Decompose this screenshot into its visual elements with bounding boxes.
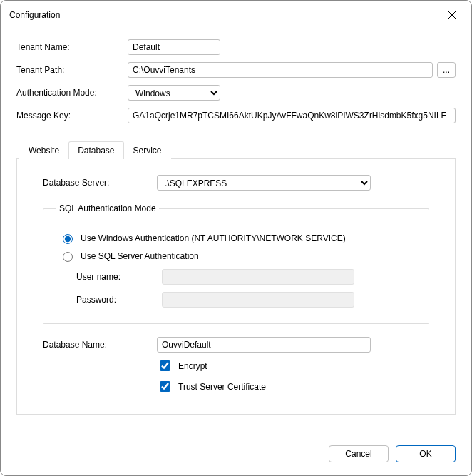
radio-sql-auth-label: Use SQL Server Authentication: [81, 251, 199, 261]
tabs: Website Database Service Database Server…: [16, 141, 456, 415]
username-row: User name:: [76, 269, 416, 285]
trust-cert-row[interactable]: Trust Server Certificate: [157, 379, 429, 394]
radio-sql-auth-input[interactable]: [63, 252, 73, 262]
tenant-path-input[interactable]: [128, 62, 433, 78]
auth-mode-select[interactable]: Windows: [128, 85, 220, 101]
tenant-path-label: Tenant Path:: [16, 65, 123, 75]
config-window: Configuration Tenant Name: Tenant Path: …: [0, 0, 472, 476]
message-key-label: Message Key:: [16, 111, 123, 121]
close-icon: [448, 11, 456, 19]
radio-windows-auth[interactable]: Use Windows Authentication (NT AUTHORITY…: [59, 232, 413, 244]
browse-button[interactable]: ...: [437, 62, 456, 78]
tab-database-panel: Database Server: .\SQLEXPRESS SQL Authen…: [16, 159, 456, 415]
tab-database[interactable]: Database: [68, 141, 123, 159]
db-name-label: Database Name:: [43, 340, 157, 350]
message-key-input[interactable]: [128, 108, 456, 123]
content-area: Tenant Name: Tenant Path: ... Authentica…: [1, 29, 471, 435]
username-input: [162, 269, 354, 285]
db-server-label: Database Server:: [43, 178, 157, 188]
titlebar: Configuration: [1, 1, 471, 29]
encrypt-checkbox[interactable]: [160, 360, 170, 371]
password-row: Password:: [76, 292, 416, 308]
db-server-select[interactable]: .\SQLEXPRESS: [157, 175, 371, 191]
trust-cert-label: Trust Server Certificate: [178, 382, 266, 392]
trust-cert-checkbox[interactable]: [160, 381, 170, 392]
window-title: Configuration: [9, 10, 60, 20]
ok-button[interactable]: OK: [396, 445, 456, 462]
radio-sql-auth[interactable]: Use SQL Server Authentication: [59, 250, 413, 262]
db-name-input[interactable]: [157, 337, 371, 353]
password-input: [162, 292, 354, 308]
sql-auth-legend: SQL Authentication Mode: [56, 203, 159, 213]
tenant-name-input[interactable]: [128, 39, 220, 55]
footer: Cancel OK: [1, 435, 471, 475]
tenant-name-label: Tenant Name:: [16, 42, 123, 52]
top-form: Tenant Name: Tenant Path: ... Authentica…: [16, 39, 456, 123]
encrypt-row[interactable]: Encrypt: [157, 358, 429, 373]
tab-service[interactable]: Service: [124, 141, 171, 159]
close-button[interactable]: [441, 6, 463, 24]
db-server-row: Database Server: .\SQLEXPRESS: [43, 175, 429, 191]
password-label: Password:: [76, 295, 162, 305]
cancel-button[interactable]: Cancel: [329, 445, 389, 462]
radio-windows-auth-label: Use Windows Authentication (NT AUTHORITY…: [81, 233, 346, 243]
tab-website[interactable]: Website: [19, 141, 68, 159]
username-label: User name:: [76, 272, 162, 282]
radio-windows-auth-input[interactable]: [63, 234, 73, 244]
encrypt-label: Encrypt: [178, 361, 207, 371]
auth-mode-label: Authentication Mode:: [16, 88, 123, 98]
sql-auth-fieldset: SQL Authentication Mode Use Windows Auth…: [43, 203, 429, 324]
tabstrip: Website Database Service: [16, 141, 456, 159]
db-name-row: Database Name:: [43, 337, 429, 353]
